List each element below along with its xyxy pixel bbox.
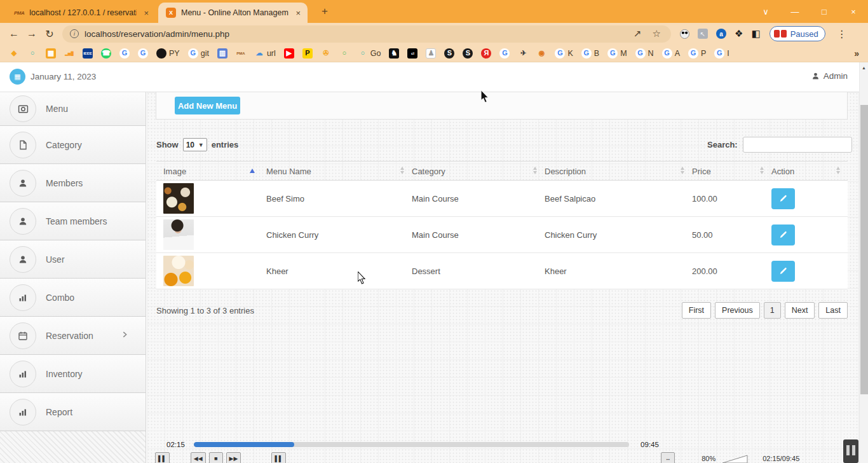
new-tab-button[interactable]: +: [318, 4, 332, 18]
reload-icon[interactable]: ↻: [41, 25, 58, 43]
sidebar-item-team-members[interactable]: Team members: [0, 202, 146, 240]
sidebar-item-category[interactable]: Category: [0, 126, 146, 164]
extensions-puzzle-icon[interactable]: ❖: [735, 28, 743, 39]
tab-phpmyadmin[interactable]: PMA localhost / 127.0.0.1 / reservation …: [6, 3, 156, 23]
ieee-bookmark-icon[interactable]: IEEE: [83, 48, 93, 59]
maximize-button[interactable]: □: [810, 0, 839, 23]
eye-bookmark-icon[interactable]: ◉: [536, 48, 546, 59]
close-window-button[interactable]: ×: [839, 0, 868, 23]
bookmarks-overflow-icon[interactable]: »: [854, 48, 859, 59]
close-tab-icon[interactable]: ×: [142, 8, 151, 18]
bird-bookmark-icon[interactable]: ♞: [389, 48, 399, 59]
google-b-bookmark-icon[interactable]: GB: [581, 48, 599, 59]
user-icon: [811, 72, 820, 80]
s-circle-bookmark-icon[interactable]: S: [463, 48, 473, 59]
column-header-category[interactable]: Category: [412, 162, 545, 181]
pagination-first-button[interactable]: First: [682, 302, 711, 319]
recorder-pause-button[interactable]: [843, 439, 858, 463]
search-input[interactable]: [743, 137, 852, 153]
share-icon[interactable]: ↗: [631, 28, 644, 39]
minimize-button[interactable]: —: [780, 0, 810, 23]
back-icon[interactable]: ←: [5, 25, 23, 43]
sidebar-item-user[interactable]: User: [0, 240, 146, 279]
youtube-bookmark-icon[interactable]: ▶: [284, 48, 294, 59]
edit-menu-button[interactable]: [771, 225, 795, 245]
page-length-select[interactable]: 10 ▼: [183, 138, 207, 151]
sidebar-item-combo[interactable]: Combo: [0, 279, 146, 317]
cloud-url-bookmark-icon[interactable]: ☁url: [254, 48, 276, 59]
github-bookmark-icon[interactable]: PY: [156, 48, 180, 59]
pagination-previous-button[interactable]: Previous: [715, 302, 760, 319]
analytics-bookmark-icon[interactable]: ▂▅█: [64, 48, 74, 59]
scrollbar-thumb[interactable]: [860, 105, 868, 394]
sidebar-item-members[interactable]: Members: [0, 164, 146, 202]
panda-extension-icon[interactable]: [680, 29, 689, 39]
godaddy-go-bookmark-icon[interactable]: ○Go: [358, 48, 381, 59]
google-k-bookmark-icon[interactable]: GK: [555, 48, 573, 59]
seek-bar[interactable]: [194, 442, 629, 447]
frame-step-button[interactable]: ▌▌: [271, 452, 286, 463]
cursor-extension-icon[interactable]: ↖: [698, 29, 708, 39]
arrows-bookmark-icon[interactable]: ◆: [9, 48, 19, 59]
sidebar-item-reservation[interactable]: Reservation: [0, 317, 146, 355]
profile-paused-chip[interactable]: Paused: [770, 26, 825, 41]
site-info-icon[interactable]: i: [70, 29, 79, 38]
next-button[interactable]: ▶▶: [226, 452, 241, 463]
close-tab-icon[interactable]: ×: [294, 8, 302, 18]
phpmyadmin-bookmark-icon[interactable]: PMA: [236, 48, 246, 59]
column-header-image[interactable]: Image: [163, 162, 266, 181]
address-bar[interactable]: i localhost/reservation/admin/menu.php ↗…: [62, 25, 671, 43]
url-text[interactable]: localhost/reservation/admin/menu.php: [85, 29, 625, 39]
tab-search-chevron-icon[interactable]: ∨: [751, 0, 780, 23]
google-bookmark-icon[interactable]: G: [138, 48, 148, 59]
tab-menu-page[interactable]: X Menu - Online Alton Manageme ×: [158, 3, 308, 23]
stop-button[interactable]: ■: [209, 452, 223, 463]
edit-menu-button[interactable]: [771, 261, 795, 282]
search-label: Search:: [707, 140, 738, 149]
column-header-description[interactable]: Description: [545, 162, 692, 181]
scroll-up-arrow-icon[interactable]: ▲: [860, 62, 868, 73]
volume-slider[interactable]: [722, 455, 749, 463]
forward-icon[interactable]: →: [23, 25, 41, 43]
grid-bookmark-icon[interactable]: ▦: [46, 48, 56, 59]
google-git-bookmark-icon[interactable]: Ggit: [188, 48, 209, 59]
edit-menu-button[interactable]: [771, 188, 795, 209]
yandex-bookmark-icon[interactable]: Я: [481, 48, 491, 59]
browser-menu-icon[interactable]: ⋮: [833, 28, 851, 40]
add-new-menu-button[interactable]: Add New Menu: [175, 97, 240, 114]
pagination-next-button[interactable]: Next: [785, 302, 815, 319]
vault-bookmark-icon[interactable]: ▥: [217, 48, 227, 59]
bookmark-star-icon[interactable]: ☆: [650, 28, 663, 39]
google-a-bookmark-icon[interactable]: GA: [662, 48, 680, 59]
google-m-bookmark-icon[interactable]: GM: [607, 48, 627, 59]
pagination-page-1-button[interactable]: 1: [764, 302, 781, 319]
google-i-bookmark-icon[interactable]: GI: [714, 48, 729, 59]
whatsapp-bookmark-icon[interactable]: ☎: [101, 48, 111, 59]
previous-button[interactable]: ◀◀: [191, 452, 206, 463]
column-header-action[interactable]: Action: [771, 162, 848, 181]
person-sketch-bookmark-icon[interactable]: ♟: [426, 48, 436, 59]
google-bookmark-icon[interactable]: G: [119, 48, 130, 59]
pagination-last-button[interactable]: Last: [818, 302, 848, 319]
godaddy-bookmark-icon[interactable]: ○: [27, 48, 37, 59]
admin-menu[interactable]: Admin: [811, 71, 848, 81]
plane-bookmark-icon[interactable]: ✈: [518, 48, 528, 59]
google-bookmark-icon[interactable]: G: [499, 48, 510, 59]
green-ring-bookmark-icon[interactable]: ○: [339, 48, 349, 59]
sidebar-item-menu[interactable]: Menu: [0, 92, 146, 126]
page-scrollbar[interactable]: ▲: [859, 62, 868, 463]
google-p-bookmark-icon[interactable]: GP: [688, 48, 706, 59]
column-header-menu-name[interactable]: Menu Name: [266, 162, 412, 181]
google-n-bookmark-icon[interactable]: GN: [635, 48, 654, 59]
a-extension-icon[interactable]: a: [716, 29, 726, 39]
camera-bookmark-icon[interactable]: ✇: [321, 48, 331, 59]
s-circle-bookmark-icon[interactable]: S: [444, 48, 454, 59]
cl-bookmark-icon[interactable]: cl: [407, 48, 417, 59]
fit-width-button[interactable]: ↔: [661, 452, 675, 463]
pause-button[interactable]: ▌▌: [155, 452, 170, 463]
column-header-price[interactable]: Price: [692, 162, 771, 181]
p-bookmark-icon[interactable]: P: [302, 48, 313, 59]
sidebar-item-inventory[interactable]: Inventory: [0, 355, 146, 393]
sidebar-item-report[interactable]: Report: [0, 393, 146, 431]
dark-mode-extension-icon[interactable]: ◧: [751, 28, 760, 39]
